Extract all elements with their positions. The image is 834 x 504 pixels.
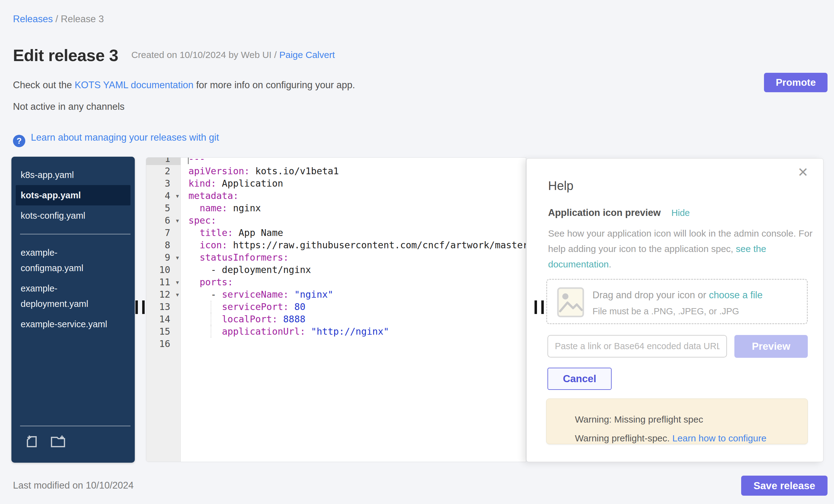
icon-preview-section-title: Application icon preview [548, 207, 661, 218]
breadcrumb-current: Release 3 [61, 14, 104, 24]
line-number-15: 15 [146, 325, 181, 338]
file-item-kots-config.yaml[interactable]: kots-config.yaml [16, 205, 130, 226]
line-number-11[interactable]: 11▾ [146, 276, 181, 288]
code-line-6[interactable]: spec: [181, 214, 526, 227]
code-line-10[interactable]: - deployment/nginx [181, 264, 526, 276]
file-item-example-service.yaml[interactable]: example-service.yaml [16, 314, 130, 334]
warning-title: Warning: Missing preflight spec [575, 414, 703, 425]
dropzone-hint: File must be a .PNG, .JPEG, or .JPG [592, 306, 739, 316]
preflight-warning-box: Warning: Missing preflight spec Warning … [546, 398, 808, 444]
help-panel-title: Help [548, 179, 573, 193]
code-line-15[interactable]: applicationUrl: "http://nginx" [181, 325, 526, 338]
warning-detail: Warning preflight-spec. Learn how to con… [575, 433, 766, 443]
close-icon[interactable]: ✕ [797, 166, 808, 179]
last-modified-text: Last modified on 10/10/2024 [13, 480, 134, 491]
help-panel-resize-handle[interactable] [534, 301, 547, 314]
editor-gutter: 1234▾56▾789▾1011▾12▾13141516 [146, 157, 181, 350]
dropzone-text: Drag and drop your icon or choose a file [592, 290, 763, 301]
promote-button[interactable]: Promote [764, 73, 828, 92]
file-item-k8s-app.yaml[interactable]: k8s-app.yaml [16, 165, 130, 185]
new-folder-button[interactable] [50, 434, 67, 449]
line-number-6[interactable]: 6▾ [146, 214, 181, 227]
line-number-8: 8 [146, 239, 181, 251]
icon-url-input[interactable] [547, 335, 727, 357]
page-title: Edit release 3 [13, 46, 118, 65]
line-number-10: 10 [146, 264, 181, 276]
file-item-kots-app.yaml[interactable]: kots-app.yaml [16, 185, 130, 205]
text-cursor [188, 157, 189, 164]
line-number-1: 1 [146, 157, 181, 165]
code-line-4[interactable]: metadata: [181, 190, 526, 202]
line-number-4[interactable]: 4▾ [146, 190, 181, 202]
line-number-9[interactable]: 9▾ [146, 251, 181, 264]
sidebar-resize-handle[interactable] [135, 301, 148, 314]
kots-yaml-doc-link[interactable]: KOTS YAML documentation [75, 80, 193, 90]
preview-button[interactable]: Preview [734, 335, 808, 358]
icon-dropzone[interactable]: Drag and drop your icon or choose a file… [546, 279, 808, 324]
git-help-row: ?Learn about managing your releases with… [13, 131, 219, 144]
cancel-button[interactable]: Cancel [547, 368, 612, 390]
code-line-11[interactable]: ports: [181, 276, 526, 288]
code-line-9[interactable]: statusInformers: [181, 251, 526, 264]
sidebar-footer [12, 426, 135, 463]
sidebar-group-divider [20, 234, 130, 235]
hide-link[interactable]: Hide [672, 208, 690, 218]
new-file-button[interactable] [25, 434, 40, 449]
code-line-5[interactable]: name: nginx [181, 202, 526, 214]
file-list: k8s-app.yamlkots-app.yamlkots-config.yam… [12, 165, 135, 334]
code-line-16[interactable] [181, 338, 526, 350]
file-plus-icon [25, 434, 40, 449]
file-sidebar: k8s-app.yamlkots-app.yamlkots-config.yam… [12, 157, 135, 463]
line-number-13: 13 [146, 301, 181, 313]
git-learn-link[interactable]: Learn about managing your releases with … [31, 132, 219, 143]
help-panel: ✕ Help Application icon preview Hide See… [526, 158, 824, 462]
line-number-2: 2 [146, 165, 181, 177]
code-line-13[interactable]: servicePort: 80 [181, 301, 526, 313]
created-info: Created on 10/10/2024 by Web UI / Paige … [131, 50, 335, 60]
line-number-5: 5 [146, 202, 181, 214]
code-line-8[interactable]: icon: https://raw.githubusercontent.com/… [181, 239, 526, 251]
line-number-12[interactable]: 12▾ [146, 288, 181, 301]
doc-info-line: Check out the KOTS YAML documentation fo… [13, 80, 355, 91]
line-number-3: 3 [146, 177, 181, 190]
sidebar-footer-divider [20, 426, 130, 426]
code-line-2[interactable]: apiVersion: kots.io/v1beta1 [181, 165, 526, 177]
learn-how-to-configure-link[interactable]: Learn how to configure [673, 433, 766, 443]
help-circle-icon: ? [13, 135, 25, 147]
code-line-3[interactable]: kind: Application [181, 177, 526, 190]
save-release-button[interactable]: Save release [741, 476, 828, 496]
code-line-14[interactable]: localPort: 8888 [181, 313, 526, 325]
yaml-editor[interactable]: 1234▾56▾789▾1011▾12▾13141516 ---apiVersi… [146, 157, 526, 462]
image-placeholder-icon [557, 287, 584, 317]
channel-status: Not active in any channels [13, 101, 125, 112]
code-line-12[interactable]: - serviceName: "nginx" [181, 288, 526, 301]
code-line-7[interactable]: title: App Name [181, 227, 526, 239]
code-line-1[interactable]: --- [181, 157, 526, 165]
editor-code: ---apiVersion: kots.io/v1beta1kind: Appl… [181, 157, 526, 350]
folder-plus-icon [50, 434, 67, 449]
author-link[interactable]: Paige Calvert [279, 50, 335, 60]
line-number-7: 7 [146, 227, 181, 239]
file-item-example-deployment.yaml[interactable]: example-deployment.yaml [16, 278, 130, 314]
line-number-14: 14 [146, 313, 181, 325]
warning-icon [555, 412, 569, 425]
breadcrumb-separator: / [53, 14, 61, 24]
icon-preview-description: See how your application icon will look … [548, 226, 821, 272]
line-number-16: 16 [146, 338, 181, 350]
breadcrumb: Releases / Release 3 [13, 14, 104, 25]
choose-file-link[interactable]: choose a file [709, 290, 763, 301]
breadcrumb-releases-link[interactable]: Releases [13, 14, 53, 24]
file-item-example-configmap.yaml[interactable]: example-configmap.yaml [16, 242, 130, 278]
